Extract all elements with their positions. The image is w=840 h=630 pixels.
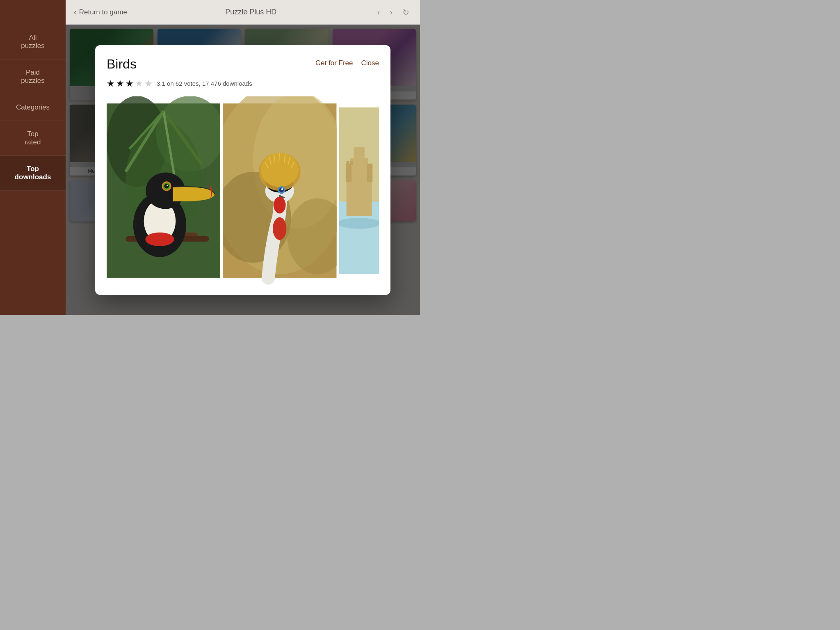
rating-row: ★ ★ ★ ★ ★ 3.1 on 62 votes, 17 476 downlo…	[107, 78, 379, 89]
main-content: Flowers Medieval Architecture Fantasy Wo…	[66, 25, 420, 315]
star-2: ★	[116, 78, 124, 89]
star-3: ★	[126, 78, 134, 89]
svg-point-36	[279, 187, 284, 192]
svg-point-48	[339, 218, 379, 228]
svg-rect-47	[350, 161, 353, 165]
refresh-button[interactable]: ↻	[400, 6, 412, 19]
sidebar-item-categories[interactable]: Categories	[0, 94, 66, 121]
modal-image-crane	[223, 96, 336, 285]
svg-point-16	[167, 185, 168, 186]
svg-point-37	[281, 188, 283, 190]
svg-point-23	[273, 217, 287, 240]
rating-text: 3.1 on 62 votes, 17 476 downloads	[157, 80, 252, 87]
modal-header: Birds Get for Free Close	[107, 57, 379, 72]
svg-point-27	[261, 153, 299, 187]
star-4: ★	[135, 78, 143, 89]
get-free-button[interactable]: Get for Free	[315, 59, 353, 67]
chevron-left-icon: ‹	[74, 7, 77, 17]
modal-actions: Get for Free Close	[315, 59, 379, 67]
svg-point-38	[274, 196, 286, 213]
svg-rect-43	[354, 147, 364, 165]
back-button[interactable]: ‹ Return to game	[74, 7, 127, 17]
sidebar: All puzzles Paid puzzles Categories Top …	[0, 0, 66, 315]
star-5: ★	[144, 78, 153, 89]
modal-image-toucan	[107, 96, 220, 285]
sidebar-item-top-rated[interactable]: Top rated	[0, 121, 66, 156]
prev-button[interactable]: ‹	[375, 6, 383, 18]
sandcastle-svg	[339, 96, 379, 285]
sidebar-item-top-downloads[interactable]: Top downloads	[0, 156, 66, 191]
modal-dialog: Birds Get for Free Close ★ ★ ★ ★ ★ 3.1 o…	[95, 45, 390, 295]
toucan-svg	[107, 96, 220, 285]
star-1: ★	[107, 78, 115, 89]
next-button[interactable]: ›	[387, 6, 395, 18]
topbar: ‹ Return to game Puzzle Plus HD ‹ › ↻	[66, 0, 420, 25]
svg-rect-45	[367, 163, 372, 181]
star-rating: ★ ★ ★ ★ ★	[107, 78, 153, 89]
svg-point-12	[145, 232, 174, 246]
sidebar-item-paid-puzzles[interactable]: Paid puzzles	[0, 59, 66, 94]
modal-images	[107, 96, 379, 285]
page-title: Puzzle Plus HD	[127, 8, 375, 16]
svg-point-15	[164, 184, 169, 188]
svg-rect-46	[347, 161, 349, 165]
svg-rect-44	[346, 163, 352, 181]
back-label: Return to game	[79, 8, 127, 16]
close-button[interactable]: Close	[361, 59, 379, 67]
nav-controls: ‹ › ↻	[375, 6, 412, 19]
modal-title: Birds	[107, 57, 137, 72]
sidebar-item-all-puzzles[interactable]: All puzzles	[0, 25, 66, 59]
modal-overlay[interactable]: Birds Get for Free Close ★ ★ ★ ★ ★ 3.1 o…	[66, 25, 420, 315]
modal-image-sandcastle	[339, 96, 379, 285]
crane-svg	[223, 96, 336, 285]
